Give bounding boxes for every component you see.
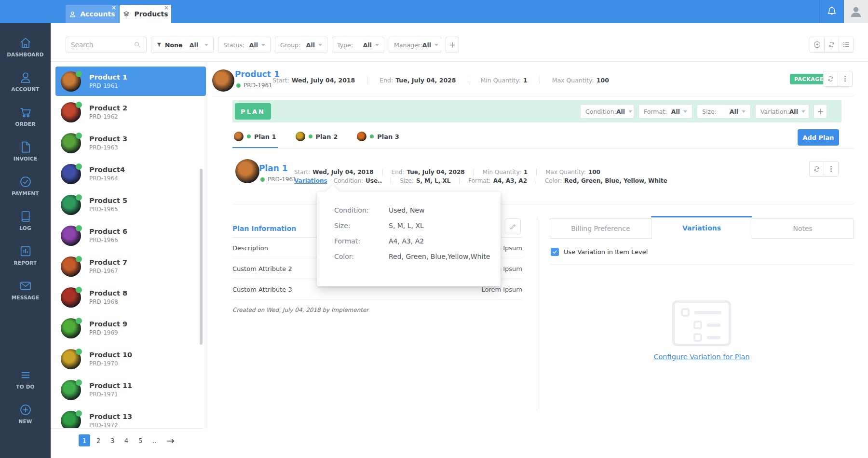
refresh-button[interactable]: [824, 37, 839, 53]
product-list-item[interactable]: Product 3 PRD-1963: [55, 128, 206, 158]
chevron-down-icon: [628, 110, 632, 113]
page-button[interactable]: 4: [121, 434, 132, 446]
plan-filter-dropdown[interactable]: Format: All: [638, 104, 692, 119]
list-view-button[interactable]: [839, 37, 854, 53]
plan-section-button[interactable]: PLAN: [235, 103, 271, 120]
product-code: PRD-1964: [89, 175, 125, 182]
close-icon[interactable]: ×: [164, 5, 169, 11]
sidebar-item-new[interactable]: NEW: [0, 403, 51, 424]
product-list-item[interactable]: Product 8 PRD-1968: [55, 283, 206, 312]
product-list-item[interactable]: Product 11 PRD-1971: [55, 375, 206, 404]
detail-tabs: Billing PreferenceVariationsNotes: [550, 216, 854, 239]
sidebar-item-log[interactable]: LOG: [0, 210, 51, 231]
use-variation-checkbox-row[interactable]: Use Variation in Item Level: [551, 245, 854, 258]
product-list-item[interactable]: Product 1 PRD-1961: [55, 67, 206, 96]
sidebar-item-message[interactable]: MESSAGE: [0, 279, 51, 300]
product-code: PRD-1961: [89, 82, 127, 90]
product-list-item[interactable]: Product 7 PRD-1967: [55, 252, 206, 281]
tab-products[interactable]: Products ×: [120, 5, 171, 23]
variation-placeholder-graphic: [672, 300, 731, 346]
sidebar-item-report[interactable]: REPORT: [0, 244, 51, 266]
product-list-item[interactable]: Product 2 PRD-1962: [55, 97, 206, 127]
product-list-item[interactable]: Product 5 PRD-1965: [55, 190, 206, 219]
detail-tab[interactable]: Variations: [651, 216, 753, 239]
plan-thumbnail: [296, 132, 305, 141]
list-scrollbar[interactable]: [200, 169, 203, 345]
variations-link[interactable]: Variations: [294, 177, 327, 184]
user-avatar[interactable]: [844, 0, 868, 23]
plan-tab[interactable]: Plan 3: [355, 124, 401, 148]
detail-tab[interactable]: Notes: [752, 218, 854, 239]
product-code-link[interactable]: PRD-1961: [244, 82, 272, 89]
book-icon: [0, 210, 51, 223]
sidebar-item-account[interactable]: ACCOUNT: [0, 71, 51, 92]
add-plan-button[interactable]: Add Plan: [798, 129, 839, 146]
page-button[interactable]: ..: [149, 434, 160, 446]
plan-strip: PLAN Condition: All Format: All Size: Al…: [232, 100, 841, 122]
filter-dropdown[interactable]: Manager: All: [389, 37, 441, 53]
plan-tab[interactable]: Plan 2: [294, 124, 339, 148]
tab-accounts[interactable]: Accounts ×: [66, 5, 119, 23]
product-thumbnail: [61, 71, 81, 92]
topbar: Accounts × Products ×: [0, 0, 868, 23]
chevron-down-icon: [801, 110, 805, 113]
product-thumbnail: [61, 380, 81, 400]
filter-dropdown[interactable]: Status: All: [218, 37, 271, 53]
product-thumbnail: [61, 349, 81, 369]
search-input[interactable]: [71, 41, 134, 49]
detail-tab[interactable]: Billing Preference: [550, 218, 651, 239]
pagination: 12345.. →: [79, 434, 175, 446]
product-list-item[interactable]: Product 6 PRD-1966: [55, 221, 206, 250]
product-list: Product 1 PRD-1961 Product 2 PRD-1962 Pr…: [55, 67, 206, 428]
notifications-bell-icon[interactable]: [826, 5, 838, 18]
product-thumbnail: [61, 195, 81, 215]
sidebar-item-todo[interactable]: TO DO: [0, 368, 51, 390]
product-thumbnail: [61, 318, 81, 338]
plan-refresh-button[interactable]: [809, 161, 824, 177]
sidebar-item-order[interactable]: ORDER: [0, 106, 51, 127]
configure-variation-link[interactable]: Configure Variation for Plan: [550, 353, 854, 361]
plan-tab[interactable]: Plan 1: [232, 124, 278, 148]
plan-filter-dropdown[interactable]: Condition: All: [580, 104, 634, 119]
product-code: PRD-1966: [89, 236, 127, 244]
checkbox-checked-icon[interactable]: [551, 248, 559, 256]
person-icon: [0, 71, 51, 84]
list-vertical-divider: [206, 61, 206, 429]
status-dot: [236, 83, 241, 88]
product-list-item[interactable]: Product 10 PRD-1970: [55, 344, 206, 374]
product-list-item[interactable]: Product 13 PRD-1972: [55, 406, 206, 428]
plus-circle-icon: [0, 403, 51, 417]
view-actions: [810, 37, 854, 53]
page-button[interactable]: 2: [93, 434, 104, 446]
filter-dropdown[interactable]: Type: All: [332, 37, 384, 53]
add-product-button[interactable]: [810, 37, 825, 53]
add-filter-button[interactable]: +: [446, 37, 459, 53]
add-plan-filter-button[interactable]: +: [814, 104, 827, 119]
tooltip-row: Format: A4, A3, A2: [334, 237, 501, 245]
sidebar-item-payment[interactable]: PAYMENT: [0, 175, 51, 196]
kebab-menu-icon: [841, 75, 849, 83]
plan-filter-dropdown[interactable]: Variation: All: [755, 104, 809, 119]
page-button[interactable]: 3: [107, 434, 118, 446]
search-icon: [134, 41, 141, 49]
sidebar-item-dashboard[interactable]: DASHBOARD: [0, 36, 51, 57]
tab-label: Products: [134, 10, 168, 18]
next-page-arrow-icon[interactable]: →: [166, 435, 175, 446]
chevron-down-icon: [261, 44, 265, 46]
close-icon[interactable]: ×: [111, 5, 116, 11]
product-list-item[interactable]: Product 9 PRD-1969: [55, 313, 206, 343]
plan-filter-dropdown[interactable]: Size: All: [697, 104, 751, 119]
product-refresh-button[interactable]: [823, 71, 838, 87]
plan-information-title: Plan Information: [232, 225, 296, 232]
edit-plan-button[interactable]: [505, 218, 521, 234]
primary-filter-dropdown[interactable]: None All: [151, 37, 214, 53]
page-button[interactable]: 5: [135, 434, 146, 446]
sidebar-item-invoice[interactable]: INVOICE: [0, 140, 51, 162]
page-button[interactable]: 1: [79, 434, 90, 446]
product-more-button[interactable]: [838, 71, 853, 87]
plan-code-link[interactable]: PRD-1961: [268, 176, 297, 183]
filter-dropdown[interactable]: Group: All: [275, 37, 327, 53]
plan-more-button[interactable]: [824, 161, 839, 177]
product-list-item[interactable]: Product4 PRD-1964: [55, 159, 206, 189]
filterbar-divider: [51, 61, 868, 62]
